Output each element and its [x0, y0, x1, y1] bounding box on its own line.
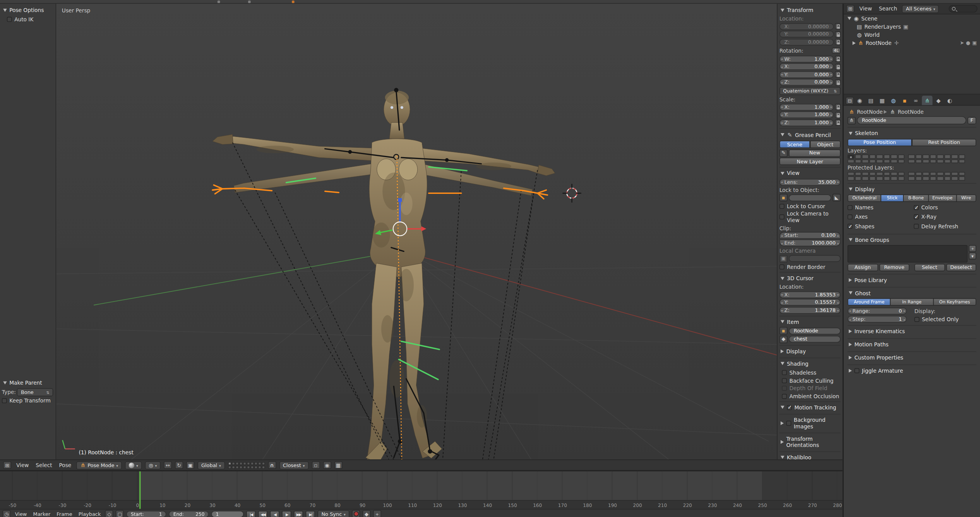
checkbox[interactable]	[782, 386, 787, 391]
layers-widget[interactable]	[228, 462, 265, 469]
ghost-panel-header[interactable]: Ghost	[848, 288, 977, 297]
selected-only-checkbox[interactable]	[914, 317, 919, 322]
layer-toggle[interactable]	[930, 154, 936, 159]
eyedropper-icon[interactable]: ◣	[833, 194, 841, 201]
pivot-dropdown[interactable]: ◎ ▾	[145, 461, 161, 469]
outliner-row-world[interactable]: ◍ World	[844, 31, 980, 39]
deselect-button[interactable]: Deselect	[946, 264, 976, 271]
checkbox[interactable]	[848, 224, 853, 229]
layer-toggle[interactable]	[908, 154, 915, 159]
outliner-filter-dropdown[interactable]: All Scenes ▾	[902, 5, 939, 13]
lock-icon[interactable]	[835, 31, 841, 37]
layer-toggle[interactable]	[876, 154, 883, 159]
mode-dropdown[interactable]: ⋔ Pose Mode ▾	[76, 461, 122, 469]
sync-dropdown[interactable]: No Sync ▾	[318, 510, 350, 517]
grease-pencil-panel-header[interactable]: ✎ Grease Pencil	[780, 129, 841, 140]
rotation-lock-button[interactable]: 4L	[832, 47, 841, 53]
layer-toggle[interactable]	[930, 176, 936, 181]
render-layers-tab[interactable]: ▤	[865, 96, 876, 105]
display-mode-octahedral[interactable]: Octahedral	[848, 194, 881, 202]
outliner-view-menu[interactable]: View	[858, 6, 874, 12]
layer-toggle[interactable]	[876, 171, 883, 176]
timeline-tracks[interactable]	[0, 471, 843, 500]
shading-panel-header[interactable]: Shading	[780, 358, 841, 368]
layer-toggle[interactable]	[922, 171, 929, 176]
layer-toggle[interactable]	[951, 154, 958, 159]
layer-toggle[interactable]	[915, 154, 922, 159]
layer-toggle[interactable]	[915, 171, 922, 176]
selectable-toggle-icon[interactable]: ➤	[960, 40, 964, 46]
manipulator-scale-icon[interactable]: ▣	[186, 461, 194, 469]
layer-toggle[interactable]	[848, 176, 854, 181]
cursor-z-field[interactable]: Z:1.36178	[780, 306, 841, 313]
snap-magnet-icon[interactable]: ∩	[268, 461, 276, 469]
layer-toggle[interactable]	[944, 171, 951, 176]
view-menu[interactable]: View	[14, 462, 31, 468]
layer-toggle[interactable]	[930, 159, 936, 163]
armature-data-tab[interactable]: ⋔	[922, 96, 932, 105]
layer-toggle[interactable]	[848, 171, 854, 176]
world-tab[interactable]: ◍	[888, 96, 899, 105]
layer-toggle[interactable]	[855, 159, 861, 163]
layer-toggle[interactable]	[915, 159, 922, 163]
outliner-search-menu[interactable]: Search	[877, 6, 899, 12]
layer-toggle[interactable]	[908, 171, 915, 176]
layer-toggle[interactable]	[958, 154, 965, 159]
render-border-checkbox[interactable]	[780, 264, 785, 269]
lock-icon[interactable]	[835, 23, 841, 29]
select-button[interactable]: Select	[914, 264, 944, 271]
layer-toggle[interactable]	[937, 171, 944, 176]
play-button[interactable]: ▶	[282, 510, 291, 517]
render-tab[interactable]: ◉	[854, 96, 865, 105]
parent-type-dropdown[interactable]: Bone ⇅	[17, 388, 53, 396]
layer-toggle[interactable]	[884, 171, 890, 176]
lens-field[interactable]: Lens:35.000	[780, 178, 841, 185]
rotation-x-field[interactable]: X:0.000	[780, 63, 834, 70]
checkbox[interactable]	[914, 205, 919, 210]
layer-toggle[interactable]	[958, 159, 965, 163]
layer-toggle[interactable]	[937, 154, 944, 159]
bone-group-specials-button[interactable]: ▾	[969, 253, 976, 260]
layer-toggle[interactable]	[848, 154, 854, 159]
layer-toggle[interactable]	[869, 154, 875, 159]
fake-user-button[interactable]: F	[968, 116, 977, 124]
gp-brush-icon[interactable]: ✎	[780, 149, 788, 156]
layer-toggle[interactable]	[922, 176, 929, 181]
display-mode-bbone[interactable]: B-Bone	[903, 194, 929, 202]
ghost-range-field[interactable]: Range: 0	[848, 307, 907, 314]
viewport-shading-dropdown[interactable]: ▾	[125, 461, 142, 469]
constraints-tab[interactable]: ∞	[911, 96, 921, 105]
timeline-playback-menu[interactable]: Playback	[77, 511, 103, 517]
keep-transform-checkbox[interactable]	[2, 398, 7, 403]
timeline-frame-menu[interactable]: Frame	[55, 511, 74, 517]
manipulator-rotate-icon[interactable]: ↻	[175, 461, 183, 469]
breadcrumb-object[interactable]: RootNode	[857, 108, 883, 115]
checkbox[interactable]	[914, 224, 919, 229]
render-toggle-icon[interactable]: ▣	[903, 23, 909, 30]
timeline-marker-menu[interactable]: Marker	[31, 511, 52, 517]
layer-toggle[interactable]	[944, 159, 951, 163]
insert-keyframe-icon[interactable]: ＋	[373, 510, 381, 517]
rotation-z-field[interactable]: Z:0.000	[780, 79, 834, 86]
ghost-around-frame-button[interactable]: Around Frame	[848, 298, 891, 306]
checkbox[interactable]	[848, 214, 853, 219]
layer-toggle[interactable]	[898, 176, 905, 181]
editor-type-button[interactable]: ⊟	[846, 97, 854, 104]
scale-x-field[interactable]: X:1.000	[780, 103, 834, 110]
layer-toggle[interactable]	[848, 159, 854, 163]
lock-icon[interactable]	[835, 56, 841, 62]
checkbox[interactable]	[782, 394, 787, 399]
motion-paths-panel-header[interactable]: Motion Paths	[848, 339, 977, 349]
outliner-row-renderlayers[interactable]: ▤ RenderLayers ▣	[844, 22, 980, 31]
ghost-in-range-button[interactable]: In Range	[890, 298, 934, 306]
rest-position-button[interactable]: Rest Position	[912, 139, 976, 146]
display-mode-wire[interactable]: Wire	[956, 194, 976, 202]
layer-toggle[interactable]	[862, 154, 869, 159]
layer-toggle[interactable]	[891, 171, 897, 176]
layer-toggle[interactable]	[915, 176, 922, 181]
layer-toggle[interactable]	[930, 171, 936, 176]
layer-toggle[interactable]	[944, 154, 951, 159]
pose-library-panel-header[interactable]: Pose Library	[848, 275, 977, 284]
layer-toggle[interactable]	[951, 176, 958, 181]
layer-toggle[interactable]	[922, 154, 929, 159]
